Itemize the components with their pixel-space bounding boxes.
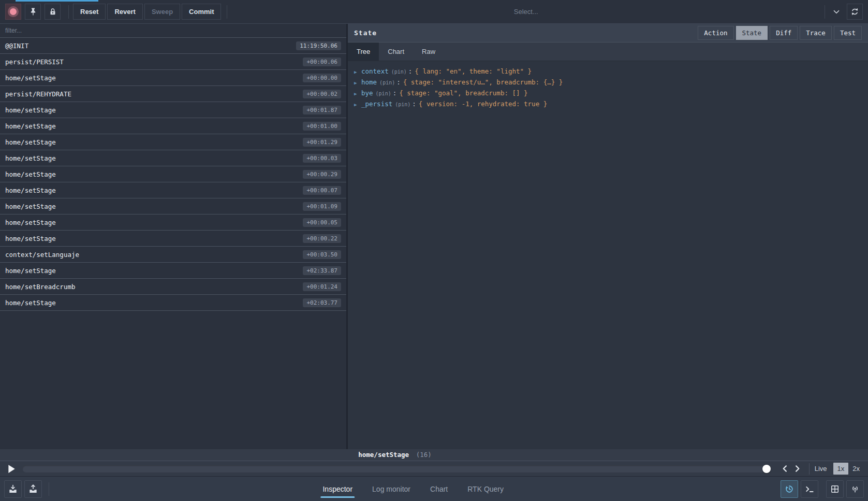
instance-collapse-button[interactable] (829, 4, 844, 20)
revert-button[interactable]: Revert (107, 4, 142, 20)
layout-button[interactable] (826, 480, 844, 498)
speed-2x-button[interactable]: 2x (848, 463, 864, 475)
action-row[interactable]: home/setStage +00:01.87 (0, 102, 346, 118)
action-label: persist/PERSIST (5, 58, 64, 66)
action-label: @@INIT (5, 42, 28, 50)
action-row[interactable]: home/setStage +00:00.00 (0, 70, 346, 86)
action-row[interactable]: persist/REHYDRATE +00:00.02 (0, 86, 346, 102)
slider-track[interactable] (22, 465, 772, 473)
reload-button[interactable] (847, 4, 863, 20)
tab-trace[interactable]: Trace (800, 26, 832, 40)
tab-test[interactable]: Test (834, 26, 862, 40)
tree-key: home (361, 78, 377, 86)
tab-state[interactable]: State (736, 26, 768, 40)
tree-node-persist[interactable]: ▶ _persist (pin) : { version: -1, rehydr… (354, 100, 868, 111)
action-label: context/setLanguaje (5, 251, 79, 259)
action-row[interactable]: home/setStage +00:00.03 (0, 150, 346, 166)
tree-pin-label: (pin) (391, 69, 407, 75)
tree-preview: { stage: "interest/u…", breadcrumb: {…} … (403, 78, 563, 86)
bottom-bar-divider (49, 482, 49, 496)
import-button[interactable] (24, 480, 42, 498)
action-row[interactable]: home/setStage +00:01.00 (0, 118, 346, 134)
toolbar-divider (825, 5, 825, 19)
action-row[interactable]: home/setStage +02:03.77 (0, 295, 346, 311)
playback-bar: home/setStage (16) (0, 449, 868, 476)
action-row[interactable]: home/setStage +00:00.07 (0, 182, 346, 198)
playback-label-row: home/setStage (16) (0, 449, 868, 461)
tree-pin-label: (pin) (379, 80, 395, 85)
action-row[interactable]: persist/PERSIST +00:00.06 (0, 54, 346, 70)
expand-arrow-icon[interactable]: ▶ (354, 102, 361, 107)
tab-log-monitor[interactable]: Log monitor (371, 482, 411, 496)
chevron-left-icon (781, 465, 789, 473)
action-row[interactable]: home/setStage +00:00.29 (0, 166, 346, 182)
action-row[interactable]: home/setStage +00:00.22 (0, 231, 346, 247)
slider-knob[interactable] (762, 465, 771, 473)
lock-button[interactable] (45, 4, 61, 20)
record-button[interactable] (5, 4, 21, 20)
tab-rtk-query[interactable]: RTK Query (466, 482, 505, 496)
tree-preview: { stage: "goal", breadcrumb: [] } (399, 89, 527, 97)
inspector-tabs: Action State Diff Trace Test (698, 26, 862, 40)
expand-arrow-icon[interactable]: ▶ (354, 80, 361, 85)
current-action-name: home/setStage (358, 451, 409, 459)
main-area: @@INIT 11:19:50.06 persist/PERSIST +00:0… (0, 24, 868, 449)
tree-pin-label: (pin) (376, 91, 391, 96)
tree-preview: { lang: "en", theme: "light" } (415, 67, 532, 75)
tree-colon: : (396, 78, 401, 86)
dispatcher-button[interactable] (801, 480, 818, 498)
export-button[interactable] (4, 480, 22, 498)
timeline-slider[interactable] (22, 465, 772, 473)
broadcast-icon (850, 484, 860, 494)
subtab-tree[interactable]: Tree (348, 42, 379, 61)
action-label: home/setStage (5, 235, 56, 242)
action-label: home/setStage (5, 187, 56, 194)
reset-button[interactable]: Reset (73, 4, 106, 20)
pin-button[interactable] (25, 4, 41, 20)
commit-button[interactable]: Commit (182, 4, 221, 20)
action-timestamp: +00:00.29 (303, 170, 341, 179)
action-row[interactable]: home/setStage +00:00.05 (0, 214, 346, 231)
action-timestamp: +00:00.07 (303, 186, 341, 195)
remote-button[interactable] (846, 480, 864, 498)
terminal-icon (804, 484, 815, 494)
action-timestamp: 11:19:50.06 (296, 41, 341, 50)
step-back-button[interactable] (779, 463, 791, 475)
action-row[interactable]: home/setStage +00:01.29 (0, 134, 346, 150)
action-row[interactable]: context/setLanguaje +00:03.50 (0, 247, 346, 263)
step-forward-button[interactable] (791, 463, 804, 475)
tree-key: bye (361, 89, 373, 97)
expand-arrow-icon[interactable]: ▶ (354, 69, 361, 75)
subtab-raw[interactable]: Raw (413, 42, 444, 61)
monitor-tabs: Inspector Log monitor Chart RTK Query (321, 482, 505, 496)
tray-download-icon (8, 484, 18, 494)
action-label: persist/REHYDRATE (5, 90, 71, 98)
sweep-button[interactable]: Sweep (144, 4, 180, 20)
play-button[interactable] (6, 463, 17, 475)
action-timestamp: +02:33.87 (303, 266, 341, 275)
chevron-down-icon (832, 7, 841, 17)
tree-node-bye[interactable]: ▶ bye (pin) : { stage: "goal", breadcrum… (354, 89, 868, 100)
subtab-chart[interactable]: Chart (379, 42, 413, 61)
instance-select[interactable]: Select... (231, 4, 820, 20)
action-row[interactable]: home/setStage +02:33.87 (0, 263, 346, 279)
tree-node-home[interactable]: ▶ home (pin) : { stage: "interest/u…", b… (354, 78, 868, 89)
speed-1x-button[interactable]: 1x (833, 463, 849, 475)
tab-chart[interactable]: Chart (429, 482, 449, 496)
filter-input[interactable] (5, 27, 341, 34)
tab-diff[interactable]: Diff (770, 26, 798, 40)
action-row[interactable]: @@INIT 11:19:50.06 (0, 38, 346, 54)
persist-button[interactable] (781, 480, 798, 498)
filter-row (0, 24, 346, 38)
expand-arrow-icon[interactable]: ▶ (354, 91, 361, 96)
tab-action[interactable]: Action (698, 26, 733, 40)
action-timestamp: +00:00.06 (303, 58, 341, 66)
tree-colon: : (408, 67, 413, 75)
action-timestamp: +00:01.29 (303, 138, 341, 147)
action-row[interactable]: home/setBreadcrumb +00:01.24 (0, 279, 346, 295)
action-label: home/setStage (5, 122, 56, 130)
tab-inspector[interactable]: Inspector (321, 482, 354, 496)
live-button[interactable]: Live (815, 465, 827, 473)
tree-node-context[interactable]: ▶ context (pin) : { lang: "en", theme: "… (354, 67, 868, 78)
action-row[interactable]: home/setStage +00:01.09 (0, 198, 346, 214)
